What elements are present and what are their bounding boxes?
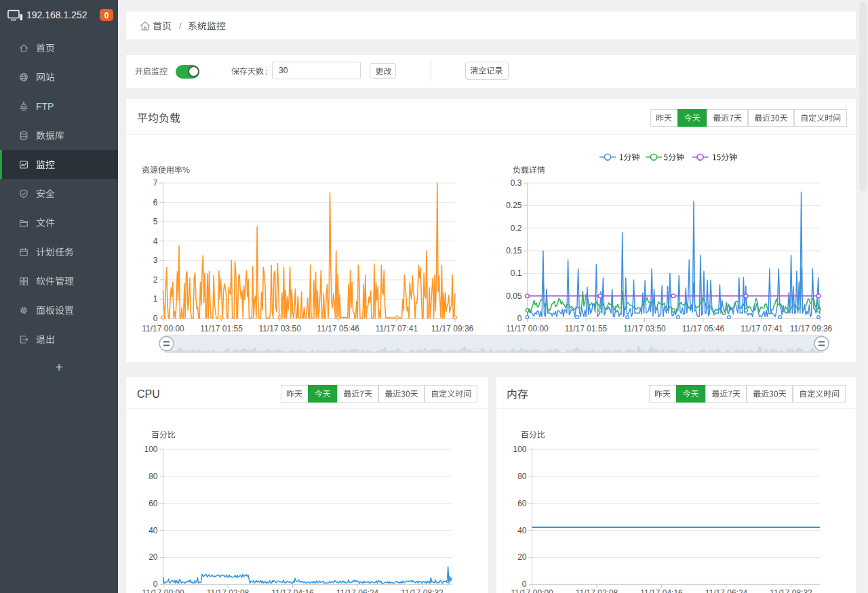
svg-text:11/17 01:55: 11/17 01:55 <box>200 324 243 333</box>
svg-text:11/17 00:00: 11/17 00:00 <box>506 324 549 333</box>
svg-text:FTP: FTP <box>36 101 54 112</box>
svg-text:11/17 00:00: 11/17 00:00 <box>511 588 553 593</box>
svg-text:80: 80 <box>517 472 527 481</box>
svg-text:11/17 08:32: 11/17 08:32 <box>770 588 812 593</box>
svg-text:CPU: CPU <box>137 388 160 400</box>
svg-text:0: 0 <box>153 314 158 323</box>
svg-text:/: / <box>179 21 182 31</box>
svg-text:11/17 04:16: 11/17 04:16 <box>271 588 314 593</box>
svg-text:11/17 05:46: 11/17 05:46 <box>317 324 360 333</box>
svg-text:5: 5 <box>153 217 158 226</box>
svg-text:3: 3 <box>153 255 158 265</box>
svg-text:11/17 05:46: 11/17 05:46 <box>682 324 725 333</box>
svg-text:1: 1 <box>153 294 158 304</box>
svg-text:11/17 01:55: 11/17 01:55 <box>565 324 608 333</box>
svg-text:7: 7 <box>153 178 158 188</box>
svg-text:100: 100 <box>513 445 526 454</box>
svg-text:40: 40 <box>517 526 527 535</box>
svg-text:11/17 07:41: 11/17 07:41 <box>741 324 783 333</box>
svg-text:80: 80 <box>149 472 158 481</box>
svg-text:11/17 03:50: 11/17 03:50 <box>623 324 666 333</box>
svg-text:60: 60 <box>517 499 527 508</box>
svg-text:40: 40 <box>149 526 158 535</box>
svg-text:+: + <box>55 360 63 375</box>
svg-text:192.168.1.252: 192.168.1.252 <box>26 9 87 20</box>
svg-text:0.2: 0.2 <box>511 224 522 233</box>
svg-text:11/17 02:08: 11/17 02:08 <box>576 588 618 593</box>
svg-text:0.05: 0.05 <box>506 291 522 301</box>
svg-text:0.3: 0.3 <box>511 178 522 188</box>
svg-text:20: 20 <box>517 552 527 562</box>
svg-text:11/17 06:24: 11/17 06:24 <box>336 588 379 593</box>
svg-text:11/17 00:00: 11/17 00:00 <box>142 324 184 333</box>
svg-text:0.1: 0.1 <box>511 268 522 278</box>
svg-text:11/17 09:36: 11/17 09:36 <box>431 324 474 333</box>
svg-text:11/17 06:24: 11/17 06:24 <box>705 588 748 593</box>
svg-text:6: 6 <box>153 198 158 207</box>
svg-text:20: 20 <box>149 552 158 562</box>
svg-text:0: 0 <box>517 314 522 323</box>
svg-text:0.15: 0.15 <box>506 246 522 255</box>
svg-text:11/17 09:36: 11/17 09:36 <box>790 324 833 333</box>
svg-text:30: 30 <box>279 66 288 75</box>
svg-text:60: 60 <box>149 499 158 508</box>
svg-text:11/17 00:00: 11/17 00:00 <box>142 588 184 593</box>
svg-text:100: 100 <box>144 445 157 454</box>
svg-text:0.25: 0.25 <box>506 201 522 210</box>
svg-text:11/17 03:50: 11/17 03:50 <box>258 324 301 333</box>
svg-text:2: 2 <box>153 275 158 285</box>
svg-text:11/17 04:16: 11/17 04:16 <box>640 588 683 593</box>
svg-text:11/17 08:32: 11/17 08:32 <box>401 588 443 593</box>
svg-text:0: 0 <box>104 11 109 20</box>
svg-text:11/17 02:08: 11/17 02:08 <box>207 588 250 593</box>
svg-text:4: 4 <box>153 237 158 246</box>
svg-text:11/17 07:41: 11/17 07:41 <box>376 324 418 333</box>
